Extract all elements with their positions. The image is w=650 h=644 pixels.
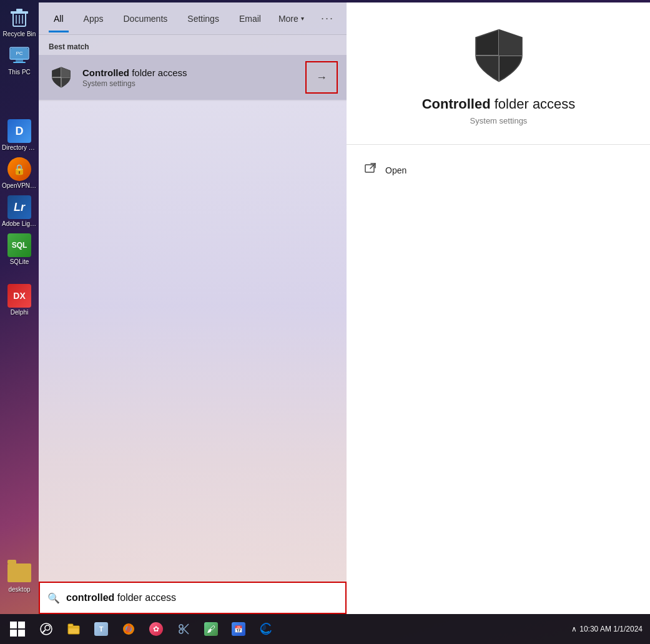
result-title: Controlled folder access bbox=[82, 67, 305, 78]
result-subtitle: System settings bbox=[82, 79, 305, 88]
taskbar-calendar-button[interactable]: 📅 bbox=[225, 615, 252, 643]
more-chevron-icon: ▾ bbox=[301, 15, 304, 22]
start-menu: All Apps Documents Settings Email bbox=[39, 2, 650, 614]
taskbar-system-tray: ∧ 10:30 AM 1/1/2024 bbox=[571, 625, 648, 633]
desktop-icon-recycle-bin[interactable]: Recycle Bin bbox=[1, 3, 37, 40]
search-input-display[interactable]: controlled folder access bbox=[66, 592, 338, 603]
system-tray-icons: ∧ bbox=[571, 625, 577, 633]
arrow-right-icon: → bbox=[316, 71, 327, 84]
desktop-icons-column: Recycle Bin PC This PC D Dir bbox=[0, 0, 39, 599]
sqlite-icon: SQL bbox=[7, 233, 31, 257]
recycle-bin-icon bbox=[7, 6, 31, 29]
desktop-icon-openvpn[interactable]: 🔒 OpenVPN CoffeeC bbox=[1, 155, 37, 192]
desktop-icon-this-pc[interactable]: PC This PC bbox=[1, 41, 37, 78]
svg-rect-8 bbox=[16, 59, 23, 62]
windows-logo-icon bbox=[10, 622, 25, 637]
result-open-arrow-button[interactable]: → bbox=[305, 61, 338, 94]
svg-rect-20 bbox=[68, 624, 73, 627]
taskbar-paint2-button[interactable]: 🖌 bbox=[197, 615, 225, 643]
tabs-overflow-button[interactable]: ··· bbox=[313, 7, 342, 30]
taskbar-paint-button[interactable]: ✿ bbox=[142, 615, 170, 643]
recycle-bin-label: Recycle Bin bbox=[3, 31, 36, 37]
search-icon: 🔍 bbox=[47, 592, 60, 604]
tab-all[interactable]: All bbox=[44, 5, 74, 32]
best-match-label: Best match bbox=[39, 35, 347, 55]
taskbar-firefox-button[interactable] bbox=[115, 615, 142, 643]
openvpn-icon: 🔒 bbox=[7, 157, 31, 181]
detail-header: Controlled folder access System settings bbox=[347, 2, 650, 145]
taskbar-file-explorer-button[interactable] bbox=[60, 615, 87, 643]
detail-actions: Open bbox=[347, 145, 650, 195]
search-panel: All Apps Documents Settings Email bbox=[39, 2, 650, 614]
svg-rect-1 bbox=[11, 11, 28, 14]
dir-opus-icon: D bbox=[7, 119, 31, 143]
this-pc-icon: PC bbox=[7, 44, 31, 67]
taskbar-edge-button[interactable] bbox=[252, 615, 280, 643]
result-item-controlled-folder[interactable]: Controlled folder access System settings… bbox=[39, 55, 347, 100]
tabs-bar: All Apps Documents Settings Email bbox=[39, 2, 347, 35]
desktop-icon-sqlite[interactable]: SQL SQLite bbox=[1, 231, 37, 268]
lightroom-icon: Lr bbox=[7, 195, 31, 219]
left-panel: All Apps Documents Settings Email bbox=[39, 2, 347, 614]
desktop-icon-lightroom[interactable]: Lr Adobe Lightroom bbox=[1, 193, 37, 230]
taskbar-settings-button[interactable] bbox=[32, 615, 60, 643]
svg-line-26 bbox=[183, 624, 189, 630]
tab-documents[interactable]: Documents bbox=[113, 5, 177, 32]
taskbar-scissors-button[interactable] bbox=[170, 615, 197, 643]
search-bar: 🔍 controlled folder access bbox=[39, 582, 347, 614]
svg-point-18 bbox=[45, 625, 50, 630]
detail-title: Controlled folder access bbox=[422, 96, 576, 112]
left-results-empty-area bbox=[39, 101, 347, 614]
delphi-icon: DX bbox=[7, 284, 31, 308]
this-pc-label: This PC bbox=[8, 69, 31, 76]
svg-point-24 bbox=[179, 630, 183, 633]
tab-apps[interactable]: Apps bbox=[74, 5, 114, 32]
desktop-icon-delphi[interactable]: DX Delphi bbox=[1, 281, 37, 318]
right-panel: Controlled folder access System settings bbox=[347, 2, 650, 614]
sqlite-label: SQLite bbox=[10, 258, 29, 265]
svg-rect-2 bbox=[16, 9, 22, 11]
desktop-icon-desktop[interactable]: desktop bbox=[1, 559, 37, 599]
delphi-label: Delphi bbox=[11, 309, 28, 316]
start-button[interactable] bbox=[2, 614, 32, 644]
taskbar-tool1-button[interactable]: T bbox=[87, 615, 115, 643]
openvpn-label: OpenVPN CoffeeC bbox=[2, 182, 37, 189]
svg-text:PC: PC bbox=[16, 51, 22, 56]
result-text-area: Controlled folder access System settings bbox=[82, 67, 305, 88]
desktop-folder-icon bbox=[7, 561, 31, 585]
desktop-icon-dir-opus[interactable]: D Directory Opus bbox=[1, 117, 37, 154]
tab-email[interactable]: Email bbox=[229, 5, 271, 32]
result-shield-icon bbox=[47, 64, 75, 91]
svg-point-23 bbox=[179, 625, 183, 628]
detail-shield-icon bbox=[471, 27, 527, 84]
svg-line-16 bbox=[370, 163, 375, 168]
open-label: Open bbox=[385, 165, 406, 175]
svg-rect-9 bbox=[13, 62, 26, 63]
taskbar: T ✿ bbox=[0, 614, 650, 644]
open-icon bbox=[364, 162, 377, 178]
dir-opus-label: Directory Opus bbox=[2, 144, 37, 151]
tab-more[interactable]: More ▾ bbox=[271, 5, 312, 32]
desktop: Recycle Bin PC This PC D Dir bbox=[0, 0, 650, 644]
tab-settings[interactable]: Settings bbox=[177, 5, 229, 32]
action-open[interactable]: Open bbox=[362, 157, 636, 183]
svg-rect-19 bbox=[68, 626, 79, 634]
lightroom-label: Adobe Lightroom bbox=[2, 220, 37, 227]
detail-subtitle: System settings bbox=[470, 116, 528, 125]
desktop-folder-label: desktop bbox=[8, 586, 30, 593]
taskbar-clock: 10:30 AM 1/1/2024 bbox=[579, 625, 643, 633]
